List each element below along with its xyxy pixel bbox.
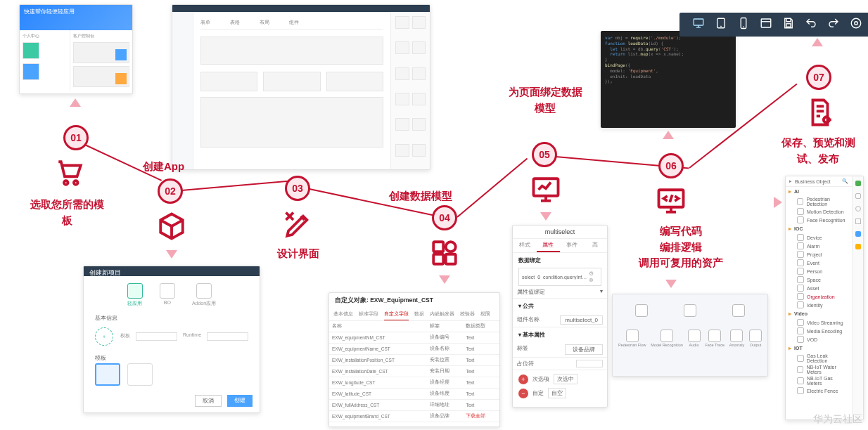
svg-rect-5 (446, 254, 456, 264)
svg-point-1 (74, 181, 78, 185)
save-icon[interactable] (782, 17, 795, 32)
step-badge-07: 07 (806, 65, 831, 90)
box-icon (155, 209, 189, 243)
svg-rect-12 (786, 24, 791, 27)
step-label-03: 设计界面 (277, 246, 319, 262)
grid-icon (428, 236, 461, 270)
undo-icon[interactable] (805, 17, 817, 32)
watermark: 华为云社区 (813, 413, 862, 426)
chart-screen-icon (529, 173, 563, 207)
monitor-icon[interactable] (692, 17, 705, 32)
svg-point-0 (64, 181, 68, 185)
step-label-02: 创建App (143, 159, 184, 175)
doc-gear-icon (803, 96, 837, 129)
svg-rect-8 (694, 19, 703, 25)
custom-object-thumb: 自定义对象: EXW_Equipment_CST 基本信息 标准字段 自定义字段… (328, 292, 500, 427)
svg-point-14 (855, 22, 858, 25)
step-badge-01: 01 (63, 125, 89, 150)
step-badge-05: 05 (532, 142, 557, 167)
bo-tree-thumb: ▸Business Object🔍 AI Pedestrian Detectio… (785, 176, 864, 420)
step-label-07: 保存、预览和测试、发布 (779, 135, 857, 167)
bind-panel-thumb: multiselect 样式 属性 事件 高 数据绑定 select_0_con… (512, 225, 608, 408)
create-project-thumb: 创建新项目 轻应用 BO Addon应用 基本信息 + 模板 Runtime 模… (83, 266, 260, 413)
phone-icon[interactable] (737, 17, 750, 32)
step-label-06: 编写代码 编排逻辑 调用可复用的资产 (633, 223, 729, 271)
step-badge-04: 04 (432, 205, 457, 230)
svg-point-13 (851, 18, 861, 28)
code-editor-thumb: var obj = require('./module'); function … (601, 31, 736, 128)
code-screen-icon (654, 184, 688, 218)
preview-toolbar (679, 13, 868, 37)
tablet-icon[interactable] (715, 17, 727, 32)
step-label-04: 创建数据模型 (389, 188, 452, 204)
redo-icon[interactable] (827, 17, 840, 32)
svg-rect-11 (761, 19, 771, 27)
template-gallery-thumb: 快速帮你轻便轻应用 个人中心 客户控制台 (19, 4, 133, 94)
cart-icon (53, 156, 87, 190)
step-badge-06: 06 (658, 153, 684, 178)
step-badge-03: 03 (285, 176, 310, 201)
step-label-01: 选取您所需的模板 (28, 197, 106, 228)
svg-rect-4 (433, 254, 443, 264)
flow-designer-thumb: Pedestrian Flow Model Recognition Audio … (612, 294, 768, 377)
svg-rect-2 (433, 242, 443, 252)
preview-icon[interactable] (850, 17, 862, 32)
layout-icon[interactable] (760, 17, 772, 32)
page-designer-thumb: 表单 表格 布局 组件 (172, 4, 430, 170)
pencil-ruler-icon (281, 208, 315, 242)
svg-rect-3 (446, 242, 456, 252)
step-label-05: 为页面绑定数据模型 (506, 84, 584, 116)
step-badge-02: 02 (158, 178, 183, 204)
